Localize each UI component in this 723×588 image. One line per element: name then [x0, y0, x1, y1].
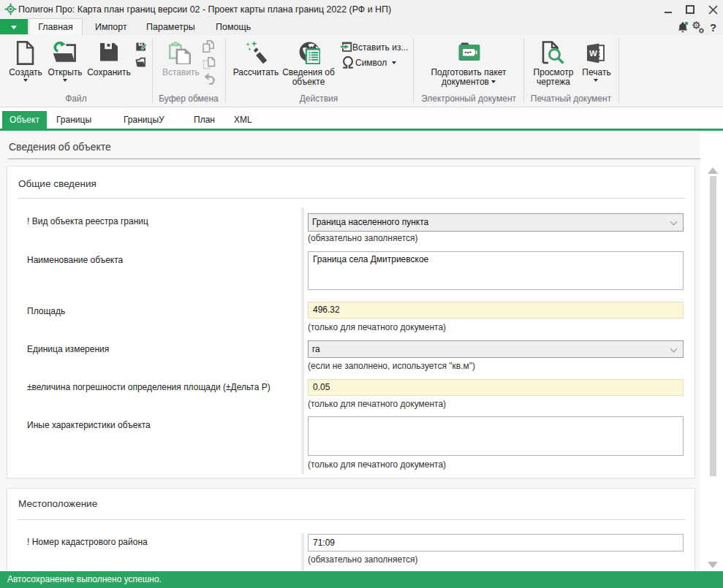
ribbon-tab-import[interactable]: Импорт: [95, 19, 127, 35]
ribbon-tab-pomoshch[interactable]: Помощь: [216, 19, 251, 35]
field-hint: (только для печатного документа): [308, 399, 446, 409]
symbol-omega-icon: [341, 56, 355, 69]
group-label-file: Файл: [47, 93, 105, 104]
active-tab-underline: [0, 129, 723, 131]
maximize-button[interactable]: [683, 2, 697, 17]
select-value: Граница населенного пункта: [312, 214, 428, 231]
doc-tab-plan[interactable]: План: [194, 111, 215, 129]
open-icon: [51, 41, 77, 65]
field-label-inye: Иные характеристики объекта: [27, 420, 151, 430]
save-button[interactable]: Сохранить: [86, 67, 132, 77]
document-tabstrip: Объект Границы ГраницыУ План XML: [0, 107, 723, 131]
ploshchad-input[interactable]: 496.32: [308, 302, 684, 318]
vid-obyekta-select[interactable]: Граница населенного пункта: [308, 213, 684, 232]
field-label-edinitsa: Единица измерения: [27, 344, 109, 354]
object-info-icon: [299, 42, 320, 64]
undo-icon: [204, 73, 215, 85]
field-label-vid-obyekta: ! Вид объекта реестра границ: [27, 216, 148, 226]
paste-icon: [168, 40, 191, 64]
chevron-down-icon: [23, 79, 28, 82]
field-label-pogreshnost: ±величина погрешности определения площад…: [27, 382, 270, 392]
settings-gears-icon[interactable]: [692, 21, 705, 34]
column-splitter[interactable]: [301, 533, 304, 577]
paste-special-icon: [201, 57, 216, 69]
scrollbar-down-arrow-icon[interactable]: [708, 562, 718, 568]
symbol-button[interactable]: Символ: [355, 58, 396, 68]
group-separator: [225, 38, 226, 104]
close-button[interactable]: [705, 2, 720, 17]
kadastr-raion-input[interactable]: 71:09: [308, 534, 684, 551]
chevron-down-icon: [594, 79, 598, 82]
save-as-icon[interactable]: [136, 41, 147, 51]
chevron-down-icon: [670, 345, 678, 353]
doc-tab-granitsy[interactable]: Границы: [56, 111, 91, 129]
doc-tab-xml[interactable]: XML: [234, 111, 252, 129]
section-general: Общие сведения ! Вид объекта реестра гра…: [7, 166, 695, 478]
save-icon: [100, 43, 118, 61]
edinitsa-select[interactable]: га: [308, 340, 684, 358]
open-button[interactable]: Открыть: [45, 67, 85, 77]
ribbon-tab-parametry[interactable]: Параметры: [146, 19, 195, 35]
object-info-button-line2[interactable]: объекте: [281, 77, 336, 87]
field-label-naimenovanie: Наименование объекта: [27, 255, 123, 265]
minimize-icon: [665, 12, 672, 13]
chevron-down-icon: [11, 26, 17, 29]
preview-drawing-button-line2[interactable]: чертежа: [528, 77, 579, 87]
package-documents-icon: [458, 42, 481, 61]
scrollbar-thumb[interactable]: [710, 176, 716, 476]
inye-textarea[interactable]: [308, 416, 684, 456]
notifications-bell-icon[interactable]: [676, 20, 689, 34]
insert-from-button[interactable]: Вставить из...: [352, 42, 408, 53]
chevron-down-icon: [392, 61, 396, 64]
select-value: га: [312, 341, 320, 358]
group-label-actions: Действия: [282, 93, 355, 104]
section-location-title: Местоположение: [18, 498, 97, 509]
chevron-down-icon: [670, 218, 678, 226]
print-button[interactable]: Печать: [578, 67, 615, 77]
section-rule: [18, 519, 685, 520]
create-icon: [16, 41, 34, 65]
field-hint: (если не заполнено, используется "кв.м"): [308, 361, 475, 371]
section-general-title: Общие сведения: [18, 178, 96, 189]
naimenovanie-textarea[interactable]: Граница села Дмитриевское: [308, 251, 684, 290]
field-hint: (только для печатного документа): [308, 459, 446, 470]
doc-tab-obyekt[interactable]: Объект: [2, 111, 47, 131]
field-hint: (только для печатного документа): [308, 322, 446, 332]
ribbon-tab-glavnaya[interactable]: Главная: [29, 18, 83, 35]
print-icon-letter: W: [589, 49, 597, 58]
copy-icon: [202, 40, 214, 53]
chevron-down-icon: [491, 80, 496, 83]
save-copy-icon[interactable]: [135, 56, 145, 67]
page-title: Сведения об объекте: [9, 141, 111, 153]
field-hint: (обязательно заполняется): [308, 554, 418, 565]
page-title-rule: [8, 159, 712, 159]
create-button[interactable]: Создать: [6, 67, 45, 77]
symbol-button-label: Символ: [355, 58, 387, 68]
calculate-button[interactable]: Рассчитать: [232, 67, 279, 77]
titlebar: Полигон Про: Карта план границ версии 02…: [0, 0, 723, 19]
window-title: Полигон Про: Карта план границ версии 02…: [18, 0, 391, 19]
help-icon[interactable]: ?: [710, 19, 716, 35]
section-location: Местоположение ! Номер кадастрового райо…: [7, 488, 695, 576]
pogreshnost-input[interactable]: 0.05: [308, 379, 684, 396]
field-label-kadastr-raion: ! Номер кадастрового района: [27, 537, 148, 547]
group-separator: [152, 38, 153, 104]
field-hint: (обязательно заполняется): [308, 233, 418, 243]
package-documents-button-line2[interactable]: документов: [428, 77, 509, 87]
ribbon: Создать Открыть Сохранить: [0, 35, 723, 107]
group-label-clipboard: Буфер обмена: [156, 93, 222, 104]
minimize-button[interactable]: [659, 3, 677, 18]
app-menu-button[interactable]: [0, 19, 28, 34]
doc-tab-granitsyu[interactable]: ГраницыУ: [124, 111, 164, 129]
group-label-pdocument: Печатный документ: [523, 93, 618, 104]
close-icon: [708, 5, 718, 15]
package-documents-label-line2: документов: [442, 77, 489, 87]
calculate-icon: [244, 40, 269, 65]
column-splitter[interactable]: [301, 207, 304, 474]
preview-drawing-icon: [542, 41, 567, 64]
app-logo-icon: [4, 3, 17, 15]
insert-from-icon: [341, 42, 352, 52]
scrollbar-up-arrow-icon[interactable]: [708, 167, 718, 174]
chevron-down-icon: [63, 79, 67, 82]
group-separator: [618, 38, 619, 104]
